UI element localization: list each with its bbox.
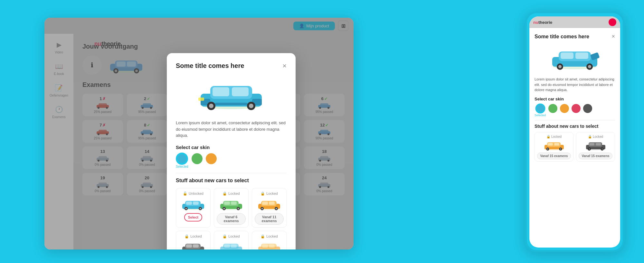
svg-rect-149 bbox=[193, 244, 199, 248]
car-card-4-status: 🔒 Locked bbox=[185, 234, 202, 239]
svg-rect-121 bbox=[186, 202, 192, 205]
lock-icon-2: 🔒 bbox=[223, 192, 227, 196]
phone-description: Lorem ipsum dolor sit amet, consectetur … bbox=[535, 77, 615, 93]
phone-car-cards: 🔒 Locked Vana bbox=[535, 132, 615, 162]
phone-inner: nutheorie Some title comes here × bbox=[529, 16, 620, 248]
svg-rect-166 bbox=[262, 244, 268, 248]
car-card-3-svg bbox=[257, 199, 282, 210]
phone-lock-icon-2: 🔒 bbox=[588, 135, 592, 138]
swatch-blue: Selected bbox=[176, 153, 188, 168]
phone-swatch-orange[interactable] bbox=[560, 104, 569, 113]
swatch-orange-circle[interactable] bbox=[206, 153, 217, 164]
car-card-3-locked-button[interactable]: Vanaf 11 examens bbox=[255, 213, 284, 225]
svg-point-114 bbox=[209, 104, 213, 108]
swatch-blue-label: Selected bbox=[176, 165, 188, 168]
phone-swatch-blue[interactable] bbox=[536, 104, 545, 113]
car-card-1-svg bbox=[181, 199, 206, 210]
car-card-6: 🔒 Locked Vanaf ? ex. bbox=[252, 231, 287, 250]
svg-rect-140 bbox=[269, 202, 275, 205]
phone-topbar: nutheorie bbox=[529, 16, 620, 28]
phone-skin-title: Select car skin bbox=[535, 97, 615, 101]
car-card-6-image bbox=[256, 241, 282, 250]
car-card-5-status: 🔒 Locked bbox=[223, 234, 240, 239]
swatch-orange bbox=[206, 153, 217, 164]
swatch-green-circle[interactable] bbox=[192, 153, 203, 164]
svg-rect-117 bbox=[215, 103, 247, 105]
phone-car-card-1-svg bbox=[543, 140, 565, 151]
car-card-1-select-button[interactable]: Select bbox=[184, 213, 202, 221]
svg-point-190 bbox=[560, 148, 561, 150]
phone-swatch-wrap-blue: Selected bbox=[535, 104, 546, 117]
car-card-5-image bbox=[218, 241, 244, 250]
svg-point-116 bbox=[249, 104, 253, 108]
car-card-6-svg bbox=[257, 241, 282, 250]
phone-car-card-1: 🔒 Locked Vana bbox=[535, 132, 573, 162]
car-card-2-locked-button[interactable]: Vanaf 6 examens bbox=[217, 213, 246, 225]
modal-car-svg bbox=[196, 80, 267, 110]
car-card-2-svg bbox=[219, 199, 244, 210]
phone-swatch-green[interactable] bbox=[548, 104, 557, 113]
svg-point-124 bbox=[185, 208, 187, 209]
svg-rect-157 bbox=[224, 244, 230, 248]
modal-car-image bbox=[176, 75, 287, 114]
svg-rect-131 bbox=[231, 202, 237, 205]
lock-icon-4: 🔒 bbox=[185, 234, 189, 239]
lock-icon-5: 🔒 bbox=[223, 234, 227, 239]
svg-rect-195 bbox=[596, 143, 601, 146]
svg-point-142 bbox=[261, 208, 263, 209]
modal-description: Lorem ipsum dolor sit amet, consectetur … bbox=[176, 120, 287, 139]
svg-rect-148 bbox=[186, 244, 192, 248]
car-card-2-status: 🔒 Locked bbox=[223, 192, 240, 196]
car-card-5: 🔒 Locked Vanaf ? ex. bbox=[214, 231, 249, 250]
svg-point-188 bbox=[547, 148, 548, 150]
phone-car-card-2-svg bbox=[585, 140, 607, 151]
swatch-blue-circle[interactable] bbox=[176, 153, 187, 164]
lock-icon-3: 🔒 bbox=[260, 192, 265, 196]
car-card-5-svg bbox=[219, 241, 244, 250]
phone-car-card-2-btn[interactable]: Vanaf 15 examens bbox=[579, 153, 612, 159]
car-card-1-image bbox=[180, 198, 206, 211]
svg-point-126 bbox=[200, 208, 201, 209]
phone-swatch-red[interactable] bbox=[572, 104, 581, 113]
car-card-2: 🔒 Locked Vanaf 6 examens bbox=[214, 188, 249, 228]
car-card-3-image bbox=[256, 198, 282, 211]
phone-car-card-1-btn[interactable]: Vanaf 15 examens bbox=[537, 153, 571, 159]
car-card-6-status: 🔒 Locked bbox=[260, 234, 278, 239]
svg-rect-139 bbox=[262, 202, 268, 205]
svg-point-133 bbox=[223, 208, 225, 209]
phone-car-card-1-image bbox=[543, 140, 565, 151]
phone-divider bbox=[535, 120, 615, 120]
svg-point-144 bbox=[276, 208, 277, 209]
svg-rect-167 bbox=[269, 244, 275, 248]
phone-modal: Some title comes here × Lorem ipsum dolo… bbox=[529, 28, 620, 248]
phone-modal-header: Some title comes here × bbox=[535, 33, 615, 40]
car-card-1-status: 🔓 Unlocked bbox=[183, 192, 204, 196]
svg-point-181 bbox=[588, 65, 591, 68]
svg-rect-112 bbox=[198, 98, 204, 101]
svg-point-199 bbox=[601, 148, 603, 150]
phone-container: nutheorie Some title comes here × bbox=[525, 11, 625, 252]
phone-car-card-2-status: 🔒 Locked bbox=[588, 135, 603, 138]
modal-divider bbox=[176, 173, 287, 173]
svg-point-179 bbox=[558, 65, 562, 68]
svg-point-135 bbox=[238, 208, 239, 209]
phone-modal-close-button[interactable]: × bbox=[611, 33, 615, 40]
phone-lock-icon-1: 🔒 bbox=[546, 135, 550, 138]
car-card-3: 🔒 Locked Vanaf 11 examens bbox=[252, 188, 287, 228]
phone-swatch-dark[interactable] bbox=[583, 104, 592, 113]
phone-avatar bbox=[609, 18, 616, 26]
cars-section-title: Stuff about new cars to select bbox=[176, 178, 287, 183]
phone-car-svg bbox=[549, 47, 601, 70]
svg-rect-158 bbox=[231, 244, 237, 248]
svg-rect-194 bbox=[589, 143, 594, 146]
skin-section-title: Select car skin bbox=[176, 145, 287, 150]
modal-close-button[interactable]: × bbox=[282, 62, 287, 70]
car-card-2-image bbox=[218, 198, 244, 211]
unlock-icon: 🔓 bbox=[183, 192, 187, 196]
svg-rect-175 bbox=[561, 52, 573, 59]
main-modal: Some title comes here × Lorem ipsum dolo… bbox=[167, 53, 296, 249]
car-card-4-svg bbox=[181, 241, 206, 250]
phone-swatch-blue-label: Selected bbox=[535, 114, 546, 117]
phone-car-card-2: 🔒 Locked Vana bbox=[576, 132, 615, 162]
phone-swatches: Selected bbox=[535, 104, 615, 117]
